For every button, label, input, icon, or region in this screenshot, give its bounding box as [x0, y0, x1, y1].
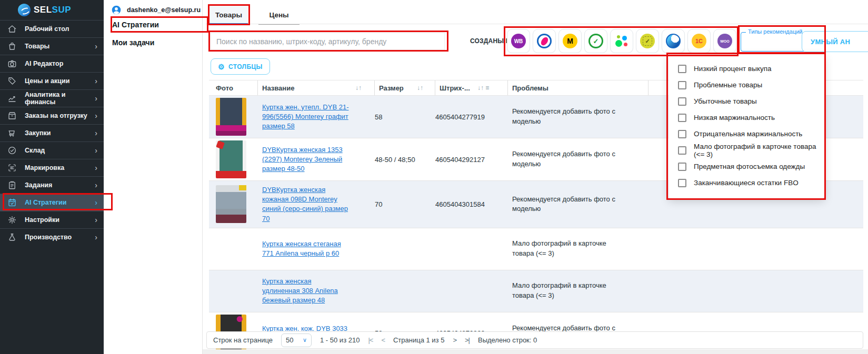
recommendation-option[interactable]: Низкий процент выкупа [669, 60, 824, 77]
bottom-strip [203, 349, 868, 354]
filter-icon: ≡ [485, 84, 489, 92]
recommendation-option-label: Предметная фотосъемка одежды [694, 163, 805, 170]
rows-per-page-select[interactable]: 50∨ [281, 333, 312, 347]
submenu-item-ai-strategies[interactable]: AI Стратегии [104, 15, 202, 33]
sidebar-item-cart[interactable]: Закупки› [0, 124, 104, 141]
table-row[interactable]: Куртка женская удлиненная 308 Anilena бе… [209, 270, 863, 312]
sidebar-item-label: Настройки [25, 216, 59, 224]
recommendation-option[interactable]: Мало фотографий в карточке товара (<= 3) [669, 142, 824, 158]
marketplace-filter-chestny-znak[interactable] [636, 29, 659, 53]
sidebar-item-scan[interactable]: Маркировка› [0, 159, 104, 176]
tab-prices[interactable]: Цены [262, 5, 296, 24]
sidebar-item-clipboard[interactable]: Задания› [0, 176, 104, 194]
recommendation-option[interactable]: Убыточные товары [669, 93, 824, 109]
recommendation-option-label: Низкий процент выкупа [694, 65, 772, 73]
checkbox-unchecked[interactable] [678, 130, 686, 138]
sidebar: SELSUP Рабочий столТовары›AI РедакторЦен… [0, 0, 104, 354]
created-in-label: СОЗДАНЫ В: [470, 37, 513, 45]
next-page-button[interactable]: > [453, 336, 456, 344]
marketplace-filter-sber[interactable]: ✓ [584, 29, 607, 53]
marketplace-filter-1c[interactable]: 1С [687, 29, 711, 53]
user-account[interactable]: dashenko_e@selsup.ru [104, 0, 202, 15]
sidebar-item-label: AI Стратегии [25, 199, 66, 206]
sidebar-item-check-circle[interactable]: Склад› [0, 141, 104, 159]
sidebar-item-bag[interactable]: Товары› [0, 37, 104, 55]
rows-per-page-label: Строк на странице [213, 336, 273, 344]
checkbox-unchecked[interactable] [678, 97, 686, 106]
sidebar-item-calendar-check[interactable]: AI Стратегии› [0, 194, 104, 211]
sort-icons-size[interactable]: ↓↑ [417, 80, 435, 95]
marketplace-filter-yandex-market[interactable]: M [558, 29, 582, 53]
recommendation-option[interactable]: Низкая маржинальность [669, 109, 824, 126]
last-page-button[interactable]: >| [465, 336, 470, 344]
checkbox-unchecked[interactable] [678, 65, 686, 73]
recommendation-option-label: Отрицательная маржинальность [694, 130, 802, 138]
sidebar-item-chart[interactable]: Аналитика и финансы› [0, 89, 104, 107]
sidebar-item-label: Рабочий стол [25, 25, 69, 33]
chevron-right-icon: › [95, 94, 97, 103]
checkbox-unchecked[interactable] [678, 179, 686, 187]
selsup-logo[interactable]: SELSUP [0, 0, 104, 20]
sidebar-item-home[interactable]: Рабочий стол [0, 20, 104, 37]
calendar-check-icon [7, 198, 17, 207]
product-photo[interactable] [216, 185, 246, 223]
marketplace-filter-ozon[interactable] [533, 29, 556, 53]
search-input[interactable] [211, 33, 445, 50]
columns-button[interactable]: ⚙ СТОЛБЦЫ [211, 58, 270, 75]
recommendation-option[interactable]: Предметная фотосъемка одежды [669, 158, 824, 175]
product-barcode: 4605404301584 [435, 200, 508, 208]
column-header-problems[interactable]: Проблемы [508, 80, 648, 95]
prev-page-button[interactable]: < [381, 336, 385, 344]
submenu-panel: dashenko_e@selsup.ru AI Стратегии Мои за… [104, 0, 203, 354]
column-header-name[interactable]: Название [258, 84, 355, 92]
sort-filter-icons-barcode[interactable]: ↓↑ ≡ [477, 80, 508, 95]
smart-analysis-button[interactable]: УМНЫЙ АН [802, 31, 868, 52]
checkbox-unchecked[interactable] [678, 81, 686, 89]
marketplace-filter-wildberries[interactable]: WB [507, 29, 530, 53]
selsup-logo-icon [18, 4, 31, 16]
tab-products[interactable]: Товары [209, 5, 248, 24]
checkbox-unchecked[interactable] [678, 114, 686, 122]
ozon-icon [537, 34, 552, 48]
chevron-right-icon: › [95, 42, 97, 50]
marketplace-filter-megamarket[interactable] [662, 29, 685, 53]
first-page-button[interactable]: |< [368, 336, 373, 344]
sort-icons-name[interactable]: ↓↑ [355, 80, 375, 95]
check-circle-icon [7, 146, 17, 155]
gear-icon: ⚙ [218, 63, 225, 71]
product-name-link[interactable]: Куртка жен. утепл. DYB 21-996(5566) Mont… [262, 103, 349, 130]
product-name-link[interactable]: DYBКуртка женская 1353 (2297) Monterey З… [262, 146, 343, 173]
sidebar-item-gear[interactable]: Настройки› [0, 211, 104, 228]
sidebar-item-camera[interactable]: AI Редактор [0, 55, 104, 72]
recommendation-option-label: Убыточные товары [694, 97, 757, 105]
marketplace-filter-woocommerce[interactable]: WOO [713, 29, 736, 53]
recommendation-option[interactable]: Проблемные товары [669, 77, 824, 93]
column-header-size[interactable]: Размер [375, 84, 417, 92]
recommendation-option[interactable]: Отрицательная маржинальность [669, 126, 824, 142]
product-name-link[interactable]: Куртка женская стеганая 771 Anilena черн… [262, 240, 341, 257]
chevron-right-icon: › [95, 112, 97, 120]
recommendation-option[interactable]: Заканчивающиеся остатки FBO [669, 175, 824, 191]
product-size: 58 [375, 113, 417, 121]
gear-icon [7, 215, 17, 225]
checkbox-unchecked[interactable] [678, 163, 686, 171]
pagination-range: 1 - 50 из 210 [320, 336, 360, 344]
chevron-right-icon: › [95, 77, 97, 85]
marketplace-filter-avito[interactable] [610, 29, 633, 53]
submenu-item-my-tasks[interactable]: Мои задачи [104, 33, 202, 51]
product-name-link[interactable]: DYBКуртка женская кожаная 098D Monterey … [262, 186, 348, 222]
product-photo[interactable] [216, 140, 246, 178]
column-header-barcode[interactable]: Штрих-... [435, 84, 477, 92]
recommendation-option-label: Проблемные товары [694, 81, 762, 89]
recommendation-types-dropdown: Низкий процент выкупаПроблемные товарыУб… [669, 54, 824, 198]
table-row[interactable]: Куртка женская стеганая 771 Anilena черн… [209, 228, 863, 270]
sidebar-item-box[interactable]: Заказы на отгрузку› [0, 107, 104, 124]
checkbox-unchecked[interactable] [678, 146, 686, 155]
product-photo[interactable] [216, 98, 246, 136]
sidebar-item-flask[interactable]: Производство› [0, 228, 104, 246]
sidebar-item-tag[interactable]: Цены и акции› [0, 72, 104, 89]
product-problem: Рекомендуется добавить фото с моделью [508, 103, 648, 131]
product-barcode: 4605404277919 [435, 113, 508, 121]
product-name-link[interactable]: Куртка женская удлиненная 308 Anilena бе… [262, 277, 338, 304]
user-email: dashenko_e@selsup.ru [127, 6, 201, 14]
